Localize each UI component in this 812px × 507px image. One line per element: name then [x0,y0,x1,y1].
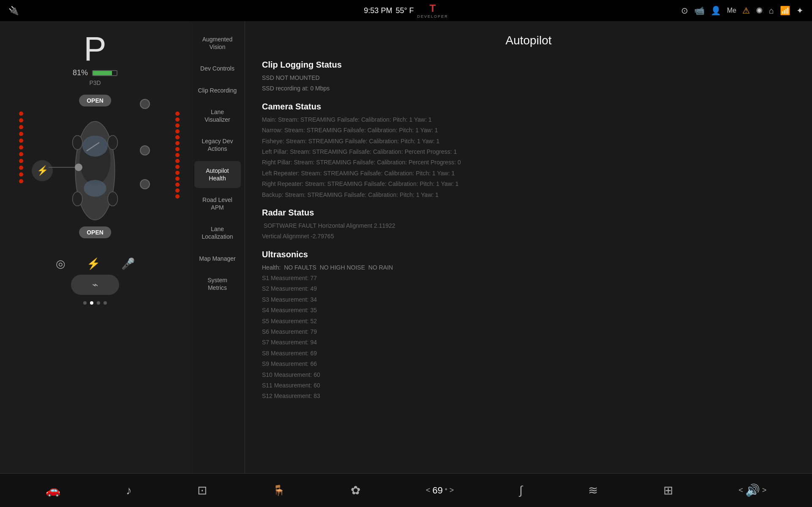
page-dot-4[interactable] [104,301,107,305]
sensor-dot [175,194,180,199]
warning-icon[interactable]: ⚠ [742,5,750,16]
camera-icon[interactable]: 📹 [694,5,705,16]
sidebar-item-legacy-dev-actions[interactable]: Legacy Dev Actions [194,131,241,158]
sidebar-item-system-metrics[interactable]: System Metrics [194,270,241,297]
toggle-dot-2[interactable] [140,145,150,155]
toggle-dot-1[interactable] [140,99,150,109]
sensor-dot [175,123,180,128]
taskbar-grid-heat-icon[interactable]: ⊞ [663,483,673,497]
sidebar-item-augmented-vision[interactable]: Augmented Vision [194,30,241,57]
taskbar-seat-heat-icon[interactable]: ∫ [519,484,523,497]
bolt-icon[interactable]: ⚡ [87,257,100,270]
sensor-dot [19,118,23,123]
car-model: P3D [89,79,101,86]
ultrasonic-s12: S12 Measurement: 83 [262,391,795,401]
taskbar-fan-icon[interactable]: ✿ [351,483,360,497]
tesla-logo-area: T DEVELOPER [417,3,448,19]
volume-decrease-button[interactable]: < [738,486,743,495]
steering-icon[interactable]: ⊙ [681,5,688,16]
sidebar-item-autopilot-health[interactable]: Autopilot Health [194,161,241,188]
status-time: 9:53 PM [364,6,392,15]
home-icon[interactable]: ⌂ [769,6,774,16]
sensor-dot [175,171,180,175]
sidebar-item-lane-visualizer[interactable]: Lane Visualizer [194,102,241,129]
car-image [53,107,137,234]
developer-label: DEVELOPER [417,14,448,19]
taskbar-seat-icon[interactable]: 🪑 [272,485,285,496]
camera-narrow: Narrow: Stream: STREAMING Failsafe: Cali… [262,125,795,135]
volume-increase-button[interactable]: > [762,486,767,495]
ultrasonic-s5: S5 Measurement: 52 [262,316,795,326]
sensor-dot [19,139,23,143]
rear-door-button[interactable]: OPEN [79,226,111,238]
taskbar: 🚗 ♪ ⊡ 🪑 ✿ < 69 ° > ∫ ≋ ⊞ < 🔊 > [0,473,812,507]
ssd-status: SSD NOT MOUNTED [262,73,795,82]
sensor-dot [175,141,180,145]
taskbar-car-icon[interactable]: 🚗 [46,483,60,497]
ultrasonic-s11: S11 Measurement: 60 [262,381,795,390]
taskbar-rear-heat-icon[interactable]: ≋ [588,483,598,497]
status-temperature: 55° F [395,6,414,15]
front-door-button[interactable]: OPEN [79,95,111,106]
left-panel: P 81% P3D OPEN [0,21,190,473]
content-title: Autopilot [262,34,795,47]
user-label[interactable]: Me [727,7,736,14]
camera-left-pillar: Left Pillar: Stream: STREAMING Failsafe:… [262,147,795,156]
svg-point-2 [82,136,108,157]
main-content: P 81% P3D OPEN [0,21,812,473]
charge-slider[interactable] [49,167,82,168]
temp-decrease-button[interactable]: < [426,486,431,495]
car-visualization: OPEN [6,90,184,251]
battery-percent: 81% [73,68,88,77]
sensor-dot [19,145,23,150]
page-dot-1[interactable] [83,301,87,305]
charge-button[interactable]: ⚡ [32,160,53,181]
ultrasonic-s1: S1 Measurement: 77 [262,273,795,283]
battery-fill [93,71,112,75]
profile-icon[interactable]: 👤 [711,5,721,16]
microphone-icon[interactable]: 🎤 [121,257,135,270]
bottom-icons-row: ◎ ⚡ 🎤 [56,257,135,270]
sensor-dot [19,132,23,136]
camera-circle-icon[interactable]: ◎ [56,257,65,270]
sensor-dot [175,188,180,193]
camera-right-pillar: Right Pillar: Stream: STREAMING Failsafe… [262,158,795,167]
pagination-dots [83,301,107,305]
sensor-dot [175,129,180,134]
sidebar-item-road-level-apm[interactable]: Road Level APM [194,190,241,217]
taskbar-music-icon[interactable]: ♪ [126,484,132,497]
sensor-dot [19,179,23,183]
wifi-icon[interactable]: 📶 [780,5,790,16]
svg-point-7 [108,192,117,206]
section-header-radar: Radar Status [262,208,795,218]
sensor-dot [175,165,180,169]
bluetooth-icon[interactable]: ✦ [796,5,804,16]
sidebar-item-map-manager[interactable]: Map Manager [194,249,241,268]
page-dot-3[interactable] [97,301,100,305]
volume-icon[interactable]: 🔊 [745,483,760,497]
status-bar: 🔌 9:53 PM 55° F T DEVELOPER ⊙ 📹 👤 Me ⚠ ✺… [0,0,812,21]
brightness-icon[interactable]: ✺ [756,5,763,16]
sensor-dots-right [175,112,180,199]
ultrasonic-s10: S10 Measurement: 60 [262,370,795,379]
sidebar-item-dev-controls[interactable]: Dev Controls [194,59,241,78]
temp-increase-button[interactable]: > [450,486,454,495]
sensor-dot [19,159,23,163]
camera-backup: Backup: Stream: STREAMING Failsafe: Cali… [262,190,795,199]
camera-right-repeater: Right Repeater: Stream: STREAMING Failsa… [262,179,795,188]
sidebar-item-lane-localization[interactable]: Lane Localization [194,219,241,246]
sensor-dot [175,177,180,181]
battery-row: 81% [73,68,117,77]
svg-point-6 [73,192,82,206]
camera-main: Main: Stream: STREAMING Failsafe: Calibr… [262,115,795,124]
sensor-dot [175,112,180,116]
sidebar-item-clip-recording[interactable]: Clip Recording [194,81,241,100]
taskbar-menu-icon[interactable]: ⊡ [197,483,207,497]
toggle-dot-3[interactable] [140,179,150,189]
wiper-button[interactable]: ⌁ [71,275,119,295]
ultrasonic-s3: S3 Measurement: 34 [262,295,795,304]
page-dot-2[interactable] [90,301,93,305]
slider-handle[interactable] [75,164,82,171]
camera-left-repeater: Left Repeater: Stream: STREAMING Failsaf… [262,169,795,178]
ssd-recording: SSD recording at: 0 Mbps [262,84,795,93]
